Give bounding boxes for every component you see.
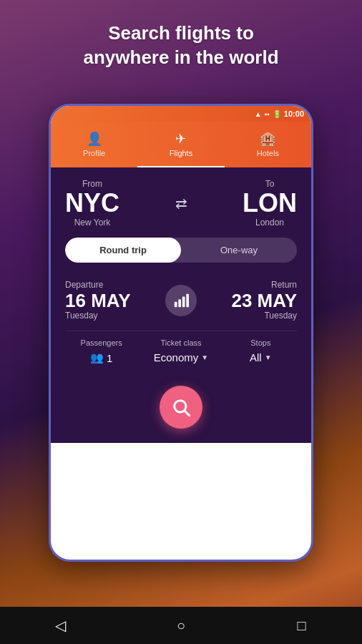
options-section: Passengers 👥 1 Ticket class Economy ▼ St… (51, 331, 311, 379)
ticket-class-arrow: ▼ (201, 353, 208, 361)
signal-icon: ▪▪ (265, 110, 270, 118)
swap-button[interactable]: ⇄ (175, 195, 187, 212)
tab-hotels[interactable]: 🏨 Hotels (225, 122, 311, 167)
trip-type-toggle: Round trip One-way (65, 238, 297, 263)
passengers-label: Passengers (65, 338, 137, 347)
from-city: New York (65, 218, 119, 228)
departure-label: Departure (65, 280, 158, 290)
price-chart-button[interactable] (165, 285, 197, 316)
search-button-wrap (51, 379, 311, 443)
round-trip-button[interactable]: Round trip (65, 238, 181, 263)
departure-block[interactable]: Departure 16 MAY Tuesday (65, 280, 158, 321)
departure-weekday: Tuesday (65, 311, 158, 321)
hero-text: Search flights to anywhere in the world (0, 21, 362, 70)
from-label: From (65, 179, 119, 189)
ticket-class-label: Ticket class (145, 338, 217, 347)
hero-line2: anywhere in the world (83, 47, 278, 68)
svg-rect-0 (175, 301, 177, 306)
ticket-class-value: Economy ▼ (145, 351, 217, 364)
return-block[interactable]: Return 23 MAY Tuesday (204, 280, 297, 321)
main-content: From NYC New York ⇄ To LON London Round … (51, 167, 311, 443)
ticket-class-block[interactable]: Ticket class Economy ▼ (145, 338, 217, 364)
route-to[interactable]: To LON London (243, 179, 297, 228)
return-weekday: Tuesday (204, 311, 297, 321)
ticket-class-text: Economy (154, 351, 199, 364)
route-section: From NYC New York ⇄ To LON London (51, 167, 311, 238)
wifi-icon: ▲ (255, 110, 262, 118)
tab-profile[interactable]: 👤 Profile (51, 122, 137, 167)
stops-label: Stops (225, 338, 297, 347)
tab-flights-label: Flights (170, 149, 192, 157)
hotels-icon: 🏨 (260, 131, 275, 147)
svg-rect-1 (178, 299, 181, 307)
tab-bar: 👤 Profile ✈ Flights 🏨 Hotels (51, 122, 311, 167)
passengers-count: 1 (107, 352, 112, 364)
back-button[interactable]: ◁ (46, 611, 74, 640)
battery-icon: 🔋 (273, 110, 281, 118)
departure-day: 16 MAY (65, 291, 158, 310)
return-day: 23 MAY (204, 291, 297, 310)
tab-profile-label: Profile (83, 149, 105, 157)
search-button[interactable] (160, 386, 202, 429)
tab-flights[interactable]: ✈ Flights (137, 122, 224, 167)
dates-section: Departure 16 MAY Tuesday Return 23 MAY T… (51, 273, 311, 331)
stops-text: All (250, 351, 262, 364)
chart-icon (173, 293, 189, 308)
stops-arrow: ▼ (265, 353, 272, 361)
hero-line1: Search flights to (108, 22, 254, 44)
profile-icon: 👤 (87, 131, 102, 147)
one-way-button[interactable]: One-way (181, 238, 297, 263)
flights-icon: ✈ (175, 131, 186, 147)
to-code: LON (243, 190, 297, 216)
status-bar: ▲ ▪▪ 🔋 10:00 (51, 106, 311, 122)
stops-value: All ▼ (225, 351, 297, 364)
android-nav-bar: ◁ ○ □ (0, 607, 362, 644)
to-label: To (243, 179, 297, 189)
search-icon (171, 397, 191, 417)
svg-rect-3 (186, 293, 189, 306)
recent-button[interactable]: □ (288, 611, 316, 640)
passengers-icon: 👥 (90, 351, 104, 364)
tab-hotels-label: Hotels (257, 149, 279, 157)
home-button[interactable]: ○ (167, 611, 195, 640)
status-icons: ▲ ▪▪ 🔋 10:00 (255, 109, 304, 118)
stops-block[interactable]: Stops All ▼ (225, 338, 297, 364)
route-from[interactable]: From NYC New York (65, 179, 119, 228)
passengers-value: 👥 1 (65, 351, 137, 364)
return-label: Return (204, 280, 297, 290)
svg-rect-2 (182, 296, 185, 307)
phone-frame: ▲ ▪▪ 🔋 10:00 👤 Profile ✈ Flights 🏨 Hotel… (49, 104, 313, 562)
from-code: NYC (65, 190, 119, 216)
status-time: 10:00 (284, 109, 304, 118)
svg-line-5 (185, 411, 189, 415)
to-city: London (243, 218, 297, 228)
passengers-block[interactable]: Passengers 👥 1 (65, 338, 137, 364)
